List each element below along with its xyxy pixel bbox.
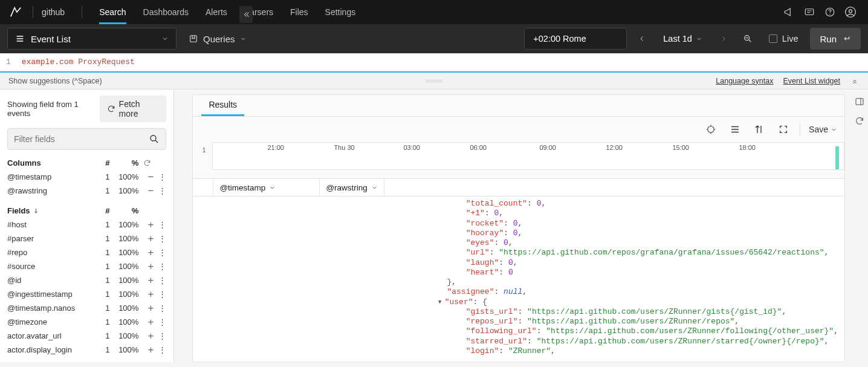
field-more-icon[interactable]: ⋮ [158,248,166,257]
svg-rect-9 [856,99,863,105]
field-row[interactable]: @ingesttimestamp1100%+⋮ [0,287,173,301]
field-row[interactable]: #host1100%+⋮ [0,218,173,232]
field-action-button[interactable]: + [143,317,158,327]
filter-fields-input[interactable] [14,134,144,144]
queries-dropdown[interactable]: Queries [183,28,253,50]
gutter [193,179,213,196]
target-icon[interactable] [703,122,719,137]
results-body[interactable]: "total_count": 0, "+1": 0, "rocket": 0, … [193,196,844,362]
tab-dashboards[interactable]: Dashboards [135,0,198,24]
tab-label: Results [209,100,237,109]
field-row[interactable]: @timezone1100%+⋮ [0,315,173,329]
event-list-widget-link[interactable]: Event List widget [783,77,841,85]
field-more-icon[interactable]: ⋮ [158,186,166,195]
time-prev-button[interactable] [633,28,651,50]
sort-down-icon[interactable] [33,207,39,214]
timezone-dropdown[interactable]: +02:00 Rome [524,28,627,50]
nav-tabs: Search Dashboards Alerts Parsers Files S… [91,0,364,24]
field-percent: 100% [109,172,138,181]
suggestions-hint[interactable]: Show suggestions (^Space) [8,77,102,85]
field-action-button[interactable]: + [143,261,158,271]
tab-search[interactable]: Search [91,0,134,24]
field-more-icon[interactable]: ⋮ [158,317,166,326]
field-action-button[interactable]: + [143,303,158,313]
zoom-out-icon[interactable] [739,28,757,50]
field-name: #repo [7,248,91,257]
column-rawstring[interactable]: @rawstring [320,179,384,196]
field-more-icon[interactable]: ⋮ [158,304,166,313]
field-row[interactable]: actor.avatar_url1100%+⋮ [0,329,173,343]
field-percent: 100% [109,234,138,243]
field-action-button[interactable]: + [143,345,158,355]
field-row[interactable]: @timestamp.nanos1100%+⋮ [0,301,173,315]
column-timestamp[interactable]: @timestamp [213,179,320,196]
timeline-chart[interactable]: 1 21:00Thu 3003:0006:0009:0012:0015:0018… [212,142,844,170]
live-toggle[interactable]: Live [763,28,805,50]
field-row[interactable]: actor.display_login1100%+⋮ [0,343,173,357]
refresh-columns-icon[interactable] [143,159,158,167]
field-action-button[interactable]: + [143,219,158,230]
field-row[interactable]: @timestamp1100%−⋮ [0,170,173,184]
tab-files[interactable]: Files [282,0,317,24]
run-button[interactable]: Run [810,28,861,50]
field-row[interactable]: #parser1100%+⋮ [0,232,173,245]
query-editor[interactable]: 1 example.com ProxyRequest [0,53,868,73]
language-syntax-link[interactable]: Language syntax [716,77,773,85]
field-action-button[interactable]: + [143,233,158,244]
field-percent: 100% [109,186,138,195]
field-row[interactable]: @rawstring1100%−⋮ [0,184,173,198]
sort-icon[interactable] [751,122,767,137]
account-icon[interactable] [840,2,861,22]
field-more-icon[interactable]: ⋮ [158,290,166,299]
field-action-button[interactable]: + [143,289,158,299]
fetch-more-button[interactable]: Fetch more [100,96,167,122]
list-view-icon[interactable] [727,122,743,137]
time-next-button[interactable] [714,28,733,50]
collapse-panel-button[interactable] [239,6,253,23]
tab-results[interactable]: Results [201,95,244,116]
field-row[interactable]: #source1100%+⋮ [0,259,173,273]
field-name: #source [7,262,91,271]
time-range-dropdown[interactable]: Last 1d [657,28,708,50]
field-more-icon[interactable]: ⋮ [158,172,166,181]
field-more-icon[interactable]: ⋮ [158,262,166,271]
view-dropdown[interactable]: Event List [7,28,177,50]
field-action-button[interactable]: + [143,247,158,258]
filter-fields-input-wrap[interactable] [7,128,166,150]
chevron-down-icon [161,35,169,42]
results-tabs: Results [193,95,844,117]
tab-alerts[interactable]: Alerts [197,0,236,24]
field-more-icon[interactable]: ⋮ [158,276,166,285]
tab-settings[interactable]: Settings [317,0,364,24]
fullscreen-icon[interactable] [776,122,791,137]
field-row[interactable]: #repo1100%+⋮ [0,245,173,259]
timeline-y-count: 1 [202,146,206,154]
messages-icon[interactable] [799,2,820,22]
rail-refresh-icon[interactable] [853,115,866,127]
resize-handle-icon[interactable] [426,80,442,82]
field-more-icon[interactable]: ⋮ [158,234,166,243]
field-action-button[interactable]: − [143,172,158,182]
fields-header: Fields # % [0,203,173,218]
field-more-icon[interactable]: ⋮ [158,345,166,354]
help-icon[interactable] [820,2,840,22]
field-action-button[interactable]: − [143,186,158,196]
collapse-toggle-icon[interactable] [850,76,860,86]
field-percent: 100% [109,220,138,229]
svg-rect-0 [805,9,814,15]
field-action-button[interactable]: + [143,331,158,341]
workspace-name[interactable]: github [42,7,65,17]
save-dropdown[interactable]: Save [809,125,837,134]
timeline-tick: Thu 30 [334,144,354,151]
field-more-icon[interactable]: ⋮ [158,220,166,229]
svg-point-2 [829,14,831,15]
tab-label: Dashboards [143,7,189,17]
field-row[interactable]: @id1100%+⋮ [0,273,173,287]
columns-hash: # [91,158,109,167]
rail-panel-icon[interactable] [853,96,866,108]
field-name: @id [7,276,91,285]
announcements-icon[interactable] [779,2,799,22]
field-name: actor.display_login [7,345,91,354]
field-action-button[interactable]: + [143,275,158,285]
field-more-icon[interactable]: ⋮ [158,331,166,340]
